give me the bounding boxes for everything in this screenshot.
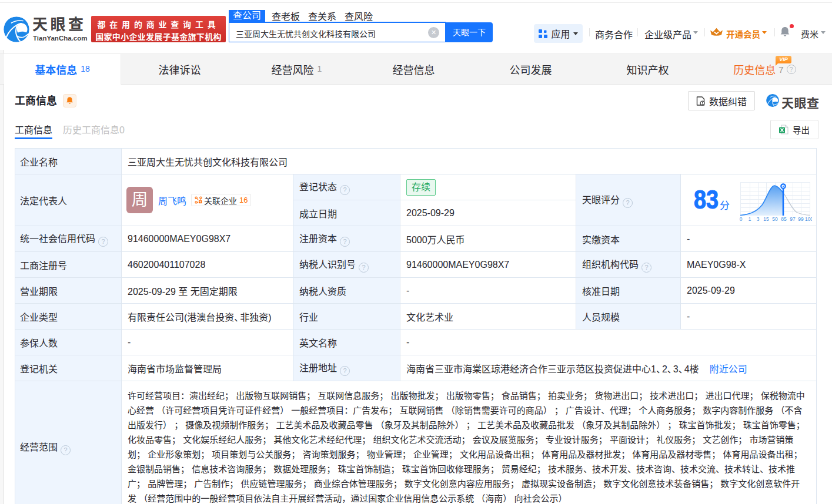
svg-text:1: 1: [749, 216, 751, 221]
svg-text:97: 97: [790, 216, 796, 221]
svg-text:100: 100: [805, 216, 812, 221]
svg-text:85: 85: [781, 216, 787, 221]
svg-text:99: 99: [798, 216, 804, 221]
svg-text:0: 0: [740, 216, 743, 221]
svg-text:3: 3: [757, 216, 760, 221]
svg-text:50: 50: [772, 216, 778, 221]
svg-text:15: 15: [763, 216, 769, 221]
